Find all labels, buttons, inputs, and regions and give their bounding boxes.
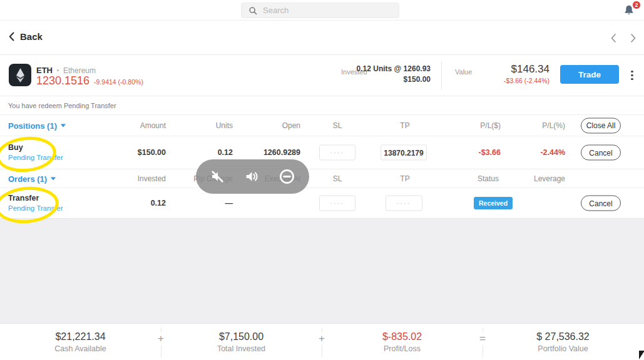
profit-loss-value: $-835.02 bbox=[322, 331, 483, 342]
total-invested-block: $7,150.00 Total Invested bbox=[161, 331, 322, 353]
back-label: Back bbox=[20, 31, 43, 42]
portfolio-value-block: $ 27,536.32 Portfolio Value bbox=[483, 331, 643, 353]
total-invested-value: $7,150.00 bbox=[161, 331, 322, 342]
position-substatus-link[interactable]: Pending Transfer bbox=[8, 152, 63, 162]
column-pl-pct: P/L(%) bbox=[490, 121, 565, 130]
header-divider bbox=[441, 61, 442, 90]
trade-button[interactable]: Trade bbox=[560, 65, 619, 84]
status-badge: Received bbox=[474, 197, 513, 209]
column-status: Status bbox=[424, 174, 499, 183]
price-line: 1230.1516 -9.9414 (-0.80%) bbox=[36, 74, 143, 88]
instrument-title: ETH Ethereum bbox=[36, 66, 96, 75]
position-sl-field[interactable]: ···· bbox=[319, 145, 355, 161]
orders-title: Orders (1) bbox=[8, 174, 47, 183]
ethereum-glyph bbox=[16, 68, 25, 82]
position-pl-usd: -$3.66 bbox=[426, 148, 501, 157]
more-options-button[interactable] bbox=[631, 69, 633, 82]
positions-title: Positions (1) bbox=[8, 121, 57, 130]
chevron-left-icon bbox=[9, 32, 14, 41]
current-price: 1230.1516 bbox=[36, 74, 89, 88]
mute-icon[interactable] bbox=[210, 169, 225, 184]
separator-dot bbox=[57, 69, 59, 71]
notice-bar: You have redeem Pending Transfer bbox=[0, 96, 644, 115]
media-controls-overlay bbox=[196, 159, 309, 194]
order-sl-field[interactable]: ···· bbox=[319, 196, 355, 211]
column-sl: SL bbox=[319, 121, 355, 130]
position-open-rate: 1260.9289 bbox=[225, 148, 300, 157]
chevron-left-icon bbox=[610, 33, 616, 43]
notifications-button[interactable]: 2 bbox=[622, 4, 638, 19]
position-value: $146.34 bbox=[504, 63, 549, 76]
instrument-name: Ethereum bbox=[63, 66, 96, 75]
position-tp-field[interactable]: 13870.2179 bbox=[381, 145, 427, 161]
order-cancel-button[interactable]: Cancel bbox=[581, 196, 621, 211]
chevron-down-icon bbox=[51, 178, 56, 183]
order-tp-field[interactable]: ···· bbox=[386, 196, 422, 211]
column-open: Open bbox=[225, 121, 300, 130]
invested-summary: 0.12 Units @ 1260.93 $150.00 bbox=[357, 64, 431, 85]
order-invested: 0.12 bbox=[91, 199, 166, 208]
column-pl-usd: P/L($) bbox=[426, 121, 501, 130]
positions-dropdown[interactable]: Positions (1) bbox=[8, 121, 66, 130]
column-sl: SL bbox=[319, 174, 355, 183]
search-icon bbox=[248, 6, 257, 15]
total-invested-label: Total Invested bbox=[161, 344, 322, 353]
portfolio-value-label: Portfolio Value bbox=[483, 344, 643, 353]
portfolio-value: $ 27,536.32 bbox=[483, 331, 643, 342]
prev-instrument-button[interactable] bbox=[610, 33, 616, 46]
order-substatus-link[interactable]: Pending Transfer bbox=[8, 203, 63, 213]
trading-app-screen: Search 2 Back bbox=[0, 0, 644, 360]
order-type-block: Transfer Pending Transfer bbox=[8, 193, 63, 213]
position-type: Buy bbox=[8, 142, 63, 152]
notification-badge: 2 bbox=[632, 1, 641, 9]
content-background bbox=[0, 219, 644, 323]
top-bar: Search 2 bbox=[0, 0, 644, 21]
units-line: 0.12 Units @ 1260.93 bbox=[357, 64, 431, 74]
column-tp: TP bbox=[377, 121, 433, 130]
portfolio-summary-bar: $21,221.34 Cash Available + $7,150.00 To… bbox=[0, 323, 644, 360]
order-row-transfer: Transfer Pending Transfer 0.12 — ···· ··… bbox=[0, 188, 644, 219]
next-instrument-button[interactable] bbox=[630, 33, 636, 46]
profit-loss-block: $-835.02 Profit/Loss bbox=[322, 331, 483, 353]
instrument-symbol: ETH bbox=[36, 66, 53, 75]
position-amount: $150.00 bbox=[91, 148, 166, 157]
back-button[interactable]: Back bbox=[9, 31, 43, 42]
cash-available-label: Cash Available bbox=[0, 344, 161, 353]
chevron-right-icon bbox=[630, 33, 636, 43]
orders-dropdown[interactable]: Orders (1) bbox=[8, 174, 56, 183]
search-placeholder: Search bbox=[263, 6, 289, 15]
column-amount: Amount bbox=[91, 121, 166, 130]
ethereum-logo-icon bbox=[9, 64, 31, 86]
position-units: 0.12 bbox=[158, 148, 233, 157]
search-input[interactable]: Search bbox=[241, 2, 399, 18]
close-all-button[interactable]: Close All bbox=[581, 118, 621, 133]
back-bar: Back bbox=[0, 21, 644, 55]
column-leverage: Leverage bbox=[490, 174, 565, 183]
order-type: Transfer bbox=[8, 193, 63, 203]
volume-icon[interactable] bbox=[244, 169, 260, 184]
instrument-header: ETH Ethereum 1230.1516 -9.9414 (-0.80%) … bbox=[0, 55, 644, 96]
position-row-buy: Buy Pending Transfer $150.00 0.12 1260.9… bbox=[0, 136, 644, 169]
value-summary: $146.34 -$3.66 (-2.44%) bbox=[504, 63, 549, 84]
chevron-down-icon bbox=[61, 124, 66, 130]
value-change: -$3.66 (-2.44%) bbox=[504, 77, 549, 84]
position-type-block: Buy Pending Transfer bbox=[8, 142, 63, 162]
price-change: -9.9414 (-0.80%) bbox=[94, 78, 143, 86]
column-invested: Invested bbox=[91, 174, 166, 183]
mouse-cursor bbox=[639, 351, 644, 359]
position-cancel-button[interactable]: Cancel bbox=[581, 145, 621, 161]
column-units: Units bbox=[158, 121, 233, 130]
position-pl-pct: -2.44% bbox=[490, 148, 565, 157]
positions-header-row: Positions (1) Amount Units Open SL TP P/… bbox=[0, 115, 644, 136]
cash-available-value: $21,221.34 bbox=[0, 331, 161, 342]
value-label: Value bbox=[455, 68, 472, 76]
notice-text: You have redeem Pending Transfer bbox=[8, 102, 116, 109]
order-pip-change: — bbox=[158, 199, 233, 208]
orders-header-row: Orders (1) Invested Pip Change Execute A… bbox=[0, 169, 644, 188]
profit-loss-label: Profit/Loss bbox=[322, 344, 483, 353]
remove-circle-icon[interactable] bbox=[279, 168, 295, 185]
invested-amount: $150.00 bbox=[357, 74, 431, 85]
cash-available-block: $21,221.34 Cash Available bbox=[0, 331, 161, 353]
